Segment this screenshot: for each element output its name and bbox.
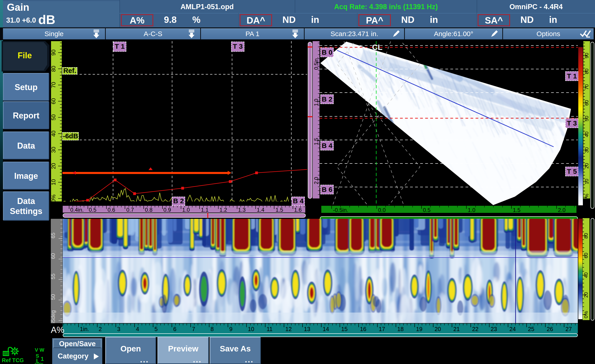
svg-text:6: 6 (173, 326, 177, 332)
svg-text:55: 55 (51, 274, 56, 279)
svg-text:9: 9 (229, 326, 233, 332)
svg-text:20: 20 (583, 292, 589, 298)
svg-text:0.4in.: 0.4in. (70, 207, 84, 213)
svg-text:20: 20 (51, 163, 57, 169)
svg-text:60: 60 (51, 253, 56, 259)
svg-text:50: 50 (584, 116, 589, 121)
svg-text:17: 17 (379, 326, 385, 332)
svg-text:40: 40 (583, 272, 589, 278)
svg-text:0.9: 0.9 (163, 207, 171, 213)
svg-text:45deg: 45deg (51, 310, 56, 323)
svg-text:CL: CL (372, 43, 382, 51)
svg-text:70: 70 (584, 84, 589, 90)
svg-text:16: 16 (360, 326, 366, 332)
svg-text:50: 50 (51, 114, 57, 121)
svg-text:0.5: 0.5 (423, 207, 431, 213)
svg-text:10: 10 (248, 326, 254, 332)
svg-text:60: 60 (51, 98, 57, 104)
svg-text:40: 40 (584, 131, 589, 137)
svg-text:65: 65 (51, 233, 56, 239)
svg-text:2.0: 2.0 (313, 177, 319, 184)
svg-text:0.6: 0.6 (107, 207, 115, 213)
svg-text:21: 21 (453, 326, 460, 332)
svg-text:11: 11 (267, 326, 273, 332)
svg-text:1.0: 1.0 (468, 207, 475, 213)
svg-text:80: 80 (583, 233, 589, 239)
svg-text:1.5: 1.5 (276, 207, 283, 213)
svg-text:80: 80 (51, 66, 57, 72)
svg-text:7: 7 (192, 326, 195, 332)
svg-text:10: 10 (584, 179, 589, 184)
svg-text:14: 14 (323, 326, 329, 332)
svg-text:20: 20 (584, 163, 589, 169)
svg-text:18: 18 (397, 326, 404, 332)
svg-text:90: 90 (584, 53, 589, 58)
svg-text:0.0: 0.0 (378, 207, 386, 213)
svg-text:2: 2 (99, 326, 102, 332)
svg-text:0%: 0% (584, 194, 589, 199)
svg-text:1in.: 1in. (80, 326, 89, 332)
svg-text:50: 50 (51, 294, 56, 300)
svg-text:26: 26 (547, 326, 553, 332)
svg-text:0.7: 0.7 (126, 207, 134, 213)
svg-text:70: 70 (51, 82, 57, 88)
svg-text:1.0: 1.0 (182, 207, 190, 213)
svg-text:5: 5 (155, 326, 158, 332)
svg-text:10: 10 (51, 179, 57, 185)
svg-text:23: 23 (491, 326, 497, 332)
svg-text:20: 20 (435, 326, 441, 332)
svg-text:1.6: 1.6 (294, 207, 302, 213)
svg-text:0%: 0% (51, 195, 57, 201)
svg-text:1.1: 1.1 (201, 207, 208, 213)
svg-text:8: 8 (211, 326, 214, 332)
svg-text:12: 12 (285, 326, 292, 332)
svg-text:27: 27 (566, 326, 572, 332)
svg-text:3: 3 (117, 326, 120, 332)
svg-text:30: 30 (584, 147, 589, 153)
svg-text:1.3: 1.3 (238, 207, 246, 213)
svg-text:25: 25 (528, 326, 534, 332)
svg-text:1.5: 1.5 (513, 207, 520, 213)
svg-text:13: 13 (304, 326, 310, 332)
svg-text:1.0: 1.0 (313, 99, 319, 106)
svg-text:90: 90 (51, 50, 57, 56)
svg-text:1.2: 1.2 (220, 207, 227, 213)
svg-text:0.5in.: 0.5in. (313, 57, 319, 70)
svg-text:-0.5in.: -0.5in. (333, 207, 348, 213)
svg-text:0.8: 0.8 (145, 207, 152, 213)
svg-text:22: 22 (472, 326, 479, 332)
svg-text:2.0: 2.0 (558, 207, 566, 213)
svg-text:60: 60 (583, 253, 589, 258)
svg-text:19: 19 (416, 326, 422, 332)
svg-text:60: 60 (584, 100, 589, 105)
svg-text:0%: 0% (583, 311, 589, 318)
svg-text:4: 4 (136, 326, 139, 332)
svg-text:24: 24 (510, 326, 516, 332)
svg-text:30: 30 (51, 147, 57, 153)
svg-text:80: 80 (584, 69, 589, 74)
svg-text:15: 15 (341, 326, 348, 332)
svg-text:40: 40 (51, 130, 57, 137)
svg-text:0.5: 0.5 (89, 207, 96, 213)
svg-text:1.4: 1.4 (257, 207, 264, 213)
